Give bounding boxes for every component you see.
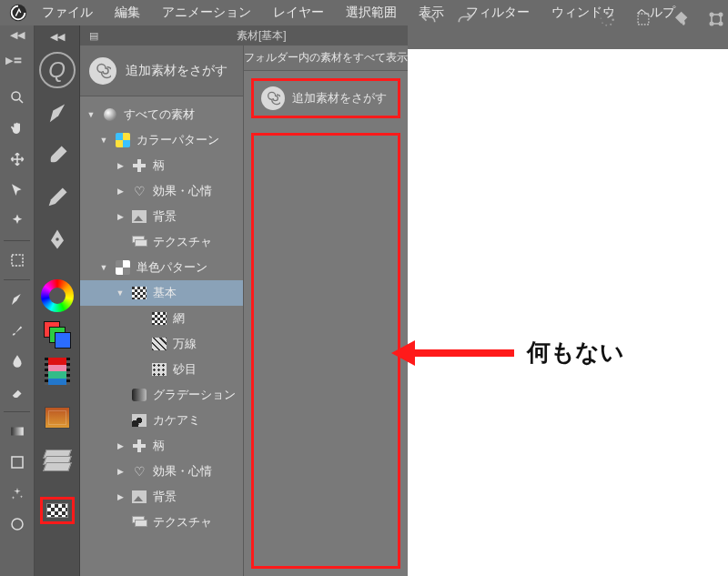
tree-node-icon [151, 336, 167, 352]
magnify-tool[interactable] [4, 84, 31, 111]
circle-tool[interactable] [4, 510, 31, 538]
tree-node-label: 単色パターン [136, 259, 207, 276]
menu-edit[interactable]: 編集 [104, 5, 151, 21]
tool-column-2: ◀◀ Q [35, 25, 80, 576]
quick-access-icon[interactable]: Q [39, 52, 76, 88]
menu-animation[interactable]: アニメーション [151, 5, 262, 21]
tree-node[interactable]: 万線 [80, 331, 243, 357]
tree-arrow-icon[interactable]: ▶ [115, 492, 126, 501]
svg-rect-3 [11, 428, 24, 436]
tree-node[interactable]: ▶柄 [80, 433, 243, 459]
svg-point-7 [605, 12, 608, 15]
svg-rect-4 [12, 457, 23, 468]
selection-tool[interactable] [4, 177, 31, 204]
pencil-large-icon[interactable] [41, 181, 74, 214]
tree-node[interactable]: 網 [80, 306, 243, 331]
tree-node[interactable]: ▼カラーパターン [80, 127, 243, 153]
brush-large-icon[interactable] [41, 139, 74, 172]
tree-node-label: 基本 [153, 285, 177, 301]
tree-node[interactable]: ▶背景 [80, 484, 243, 510]
filmstrip-icon[interactable] [45, 358, 70, 385]
drop-tool[interactable] [4, 348, 31, 375]
color-swatches-icon[interactable] [44, 321, 71, 349]
tree-node-label: 効果・心情 [153, 463, 212, 480]
tree-arrow-icon[interactable]: ▼ [98, 136, 109, 145]
annotation-arrow: 何もない [391, 337, 624, 369]
tree-arrow-icon[interactable]: ▼ [115, 288, 126, 298]
crop-icon[interactable] [704, 7, 728, 31]
tree-node[interactable]: ▼すべての素材 [80, 102, 243, 127]
hand-tool[interactable] [4, 115, 31, 142]
tree-node[interactable]: ▼基本 [80, 280, 243, 306]
tree-node-icon [131, 514, 147, 531]
material-tree: ▼すべての素材▼カラーパターン▶柄▶♡効果・心情▶背景テクスチャ▼単色パターン▼… [80, 96, 243, 576]
tree-arrow-icon[interactable]: ▶ [115, 441, 126, 450]
marquee-tool[interactable] [4, 247, 31, 274]
canvas[interactable] [408, 49, 728, 576]
menu-file[interactable]: ファイル [31, 5, 104, 21]
tree-header[interactable]: 追加素材をさがす [80, 45, 243, 96]
app-logo [5, 2, 31, 24]
color-wheel-icon[interactable] [41, 279, 74, 312]
menu-layer[interactable]: レイヤー [262, 5, 335, 21]
tree-node-icon [131, 234, 147, 250]
svg-point-6 [56, 237, 59, 241]
nib-large-icon[interactable] [41, 223, 74, 256]
panel-menu-icon[interactable]: ▤ [86, 30, 102, 42]
brush-tool[interactable] [4, 317, 31, 344]
divider [4, 279, 31, 280]
shape-tool[interactable] [4, 449, 31, 476]
tree-node[interactable]: カケアミ [80, 408, 243, 433]
svg-point-9 [612, 19, 614, 22]
material-folder-button[interactable] [40, 497, 75, 524]
bucket-icon[interactable] [668, 7, 692, 31]
tree-arrow-icon[interactable]: ▼ [86, 110, 96, 119]
gradient-tool[interactable] [4, 418, 31, 445]
loading-icon[interactable] [595, 7, 619, 31]
layers-icon[interactable] [45, 452, 70, 471]
undo-icon[interactable] [417, 7, 440, 31]
tree-node-label: カラーパターン [136, 132, 219, 148]
tree-node[interactable]: グラデーション [80, 382, 243, 408]
svg-point-12 [602, 22, 603, 24]
move-tool[interactable] [4, 146, 31, 173]
tree-arrow-icon[interactable]: ▼ [98, 263, 109, 272]
svg-point-1 [12, 92, 20, 100]
collapse-icon[interactable]: ◀◀ [46, 31, 68, 43]
tree-node[interactable]: ▶柄 [80, 153, 243, 178]
annotation-text: 何もない [527, 337, 624, 369]
tree-arrow-icon[interactable]: ▶ [115, 467, 126, 476]
tree-node-icon [115, 132, 131, 148]
redo-icon[interactable] [453, 7, 477, 31]
results-search-button[interactable]: 追加素材をさがす [251, 78, 400, 118]
wand-tool[interactable] [4, 207, 31, 235]
tree-node-label: 網 [173, 310, 185, 327]
target-icon[interactable] [632, 7, 655, 31]
panel-title: 素材[基本] [237, 28, 287, 44]
tree-arrow-icon[interactable]: ▶ [115, 161, 126, 170]
tree-node[interactable]: ▶背景 [80, 204, 243, 229]
tree-node[interactable]: 砂目 [80, 357, 243, 382]
tree-node-icon: ♡ [131, 183, 147, 199]
expand-icon[interactable]: ▶〓 [0, 54, 26, 67]
swatch-icon[interactable] [45, 407, 70, 429]
pen-tool[interactable] [4, 286, 31, 313]
sparkle-tool[interactable] [4, 480, 31, 507]
tree-arrow-icon[interactable]: ▶ [115, 212, 126, 221]
tree-node[interactable]: テクスチャ [80, 229, 243, 255]
results-panel: フォルダー内の素材をすべて表示 追加素材をさがす [244, 25, 408, 576]
collapse-icon[interactable]: ◀◀ [6, 29, 28, 41]
divider [4, 240, 31, 241]
results-header[interactable]: フォルダー内の素材をすべて表示 [244, 45, 408, 71]
tree-node[interactable]: ▶♡効果・心情 [80, 459, 243, 484]
tree-node-icon [131, 285, 147, 301]
svg-point-17 [719, 13, 722, 15]
eraser-tool[interactable] [4, 379, 31, 406]
tree-arrow-icon[interactable]: ▶ [115, 187, 126, 196]
tree-node[interactable]: ▶♡効果・心情 [80, 178, 243, 204]
svg-point-8 [611, 14, 613, 16]
tree-node[interactable]: ▼単色パターン [80, 255, 243, 280]
menu-selection[interactable]: 選択範囲 [335, 5, 408, 21]
pen-large-icon[interactable] [41, 97, 74, 130]
tree-node[interactable]: テクスチャ [80, 510, 243, 535]
